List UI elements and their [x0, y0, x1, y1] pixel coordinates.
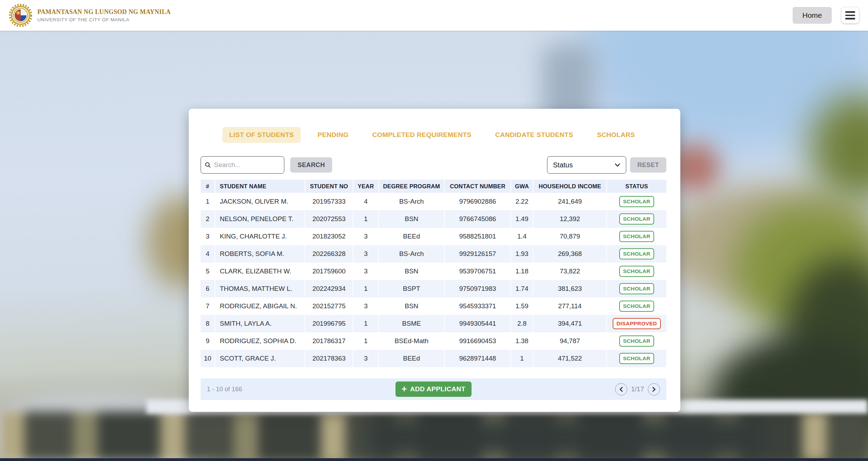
status-badge: SCHOLAR — [619, 266, 654, 277]
cell-income: 70,879 — [533, 228, 606, 245]
cell-year: 4 — [353, 193, 378, 210]
cell-income: 269,368 — [533, 245, 606, 263]
cell-degree: BS-Arch — [378, 193, 444, 210]
cell-degree: BEEd — [378, 228, 444, 245]
cell-contact: 9916690453 — [444, 332, 510, 350]
cell-contact: 9929126157 — [444, 245, 510, 263]
cell-status: SCHOLAR — [606, 280, 666, 297]
cell-contact: 9796902886 — [444, 193, 510, 210]
previous-page-button[interactable] — [615, 383, 627, 395]
table-row: 2NELSON, PENELOPE T.2020725531BSN9766745… — [201, 210, 666, 228]
cell-income: 471,522 — [533, 350, 606, 367]
col-student-name: STUDENT NAME — [215, 180, 305, 193]
tab-candidate-students[interactable]: CANDIDATE STUDENTS — [488, 127, 580, 143]
col-gwa: GWA — [510, 180, 533, 193]
cell-year: 3 — [353, 297, 378, 315]
chevron-left-icon — [619, 387, 623, 392]
status-badge: SCHOLAR — [619, 283, 654, 294]
col-contact-number: CONTACT NUMBER — [444, 180, 510, 193]
cell-name: SCOTT, GRACE J. — [215, 350, 305, 367]
cell-num: 8 — [201, 315, 215, 332]
cell-year: 1 — [353, 315, 378, 332]
cell-contact: 9545933371 — [444, 297, 510, 315]
cell-year: 3 — [353, 228, 378, 245]
cell-contact: 9949305441 — [444, 315, 510, 332]
cell-name: NELSON, PENELOPE T. — [215, 210, 305, 228]
hamburger-menu-icon[interactable] — [841, 7, 859, 23]
bottom-bar — [0, 458, 868, 461]
table-row: 3KING, CHARLOTTE J.2018230523BEEd9588251… — [201, 228, 666, 245]
tab-list-of-students[interactable]: LIST OF STUDENTS — [222, 127, 301, 143]
tab-scholars[interactable]: SCHOLARS — [590, 127, 642, 143]
tab-pending[interactable]: PENDING — [310, 127, 356, 143]
cell-gwa: 1.59 — [510, 297, 533, 315]
cell-student_no: 201996795 — [305, 315, 353, 332]
reset-button[interactable]: RESET — [630, 157, 666, 173]
cell-student_no: 202242934 — [305, 280, 353, 297]
home-button[interactable]: Home — [793, 7, 832, 24]
university-brand: PAMANTASAN NG LUNGSOD NG MAYNILA UNIVERS… — [9, 4, 171, 27]
cell-contact: 9766745086 — [444, 210, 510, 228]
cell-student_no: 202072553 — [305, 210, 353, 228]
table-row: 1JACKSON, OLIVER M.2019573334BS-Arch9796… — [201, 193, 666, 210]
cell-status: SCHOLAR — [606, 193, 666, 210]
cell-status: SCHOLAR — [606, 210, 666, 228]
cell-status: SCHOLAR — [606, 263, 666, 280]
status-badge: SCHOLAR — [619, 353, 654, 364]
cell-degree: BSEd-Math — [378, 332, 444, 350]
status-badge: SCHOLAR — [619, 231, 654, 242]
cell-name: CLARK, ELIZABETH W. — [215, 263, 305, 280]
pagination: 1/17 — [615, 383, 660, 395]
col-status: STATUS — [606, 180, 666, 193]
col-year: YEAR — [353, 180, 378, 193]
page-indicator: 1/17 — [631, 385, 644, 393]
cell-name: RODRIGUEZ, ABIGAIL N. — [215, 297, 305, 315]
cell-num: 7 — [201, 297, 215, 315]
cell-gwa: 2.8 — [510, 315, 533, 332]
cell-student_no: 201759600 — [305, 263, 353, 280]
chevron-right-icon — [652, 387, 656, 392]
cell-degree: BSN — [378, 210, 444, 228]
search-field[interactable] — [201, 156, 284, 174]
table-row: 7RODRIGUEZ, ABIGAIL N.2021527753BSN95459… — [201, 297, 666, 315]
cell-num: 2 — [201, 210, 215, 228]
cell-student_no: 202266328 — [305, 245, 353, 263]
cell-gwa: 1.4 — [510, 228, 533, 245]
cell-year: 1 — [353, 280, 378, 297]
cell-contact: 9588251801 — [444, 228, 510, 245]
table-header: # STUDENT NAME STUDENT NO YEAR DEGREE PR… — [201, 180, 666, 193]
table-body: 1JACKSON, OLIVER M.2019573334BS-Arch9796… — [201, 193, 666, 367]
cell-gwa: 2.22 — [510, 193, 533, 210]
cell-income: 381,623 — [533, 280, 606, 297]
add-applicant-button[interactable]: + ADD APPLICANT — [395, 381, 472, 397]
cell-degree: BSN — [378, 263, 444, 280]
cell-name: JACKSON, OLIVER M. — [215, 193, 305, 210]
cell-year: 1 — [353, 210, 378, 228]
students-card: LIST OF STUDENTS PENDING COMPLETED REQUI… — [189, 109, 680, 412]
cell-num: 9 — [201, 332, 215, 350]
table-footer: 1 - 10 of 166 + ADD APPLICANT 1/17 — [201, 378, 666, 400]
search-button[interactable]: SEARCH — [290, 157, 332, 173]
cell-year: 3 — [353, 245, 378, 263]
cell-name: KING, CHARLOTTE J. — [215, 228, 305, 245]
cell-student_no: 202152775 — [305, 297, 353, 315]
cell-income: 394,471 — [533, 315, 606, 332]
status-badge: SCHOLAR — [619, 335, 654, 347]
table-row: 10SCOTT, GRACE J.2021783633BEEd962897144… — [201, 350, 666, 367]
cell-student_no: 201786317 — [305, 332, 353, 350]
cell-gwa: 1.74 — [510, 280, 533, 297]
cell-num: 6 — [201, 280, 215, 297]
tab-completed-requirements[interactable]: COMPLETED REQUIREMENTS — [365, 127, 478, 143]
status-filter-dropdown[interactable]: Status — [547, 156, 626, 174]
cell-degree: BSN — [378, 297, 444, 315]
cell-name: SMITH, LAYLA A. — [215, 315, 305, 332]
cell-contact: 9539706751 — [444, 263, 510, 280]
table-row: 6THOMAS, MATTHEW L.2022429341BSPT9750971… — [201, 280, 666, 297]
col-student-no: STUDENT NO — [305, 180, 353, 193]
cell-contact: 9628971448 — [444, 350, 510, 367]
cell-contact: 9750971983 — [444, 280, 510, 297]
cell-student_no: 202178363 — [305, 350, 353, 367]
next-page-button[interactable] — [648, 383, 660, 395]
search-input[interactable] — [214, 161, 280, 169]
cell-status: SCHOLAR — [606, 297, 666, 315]
